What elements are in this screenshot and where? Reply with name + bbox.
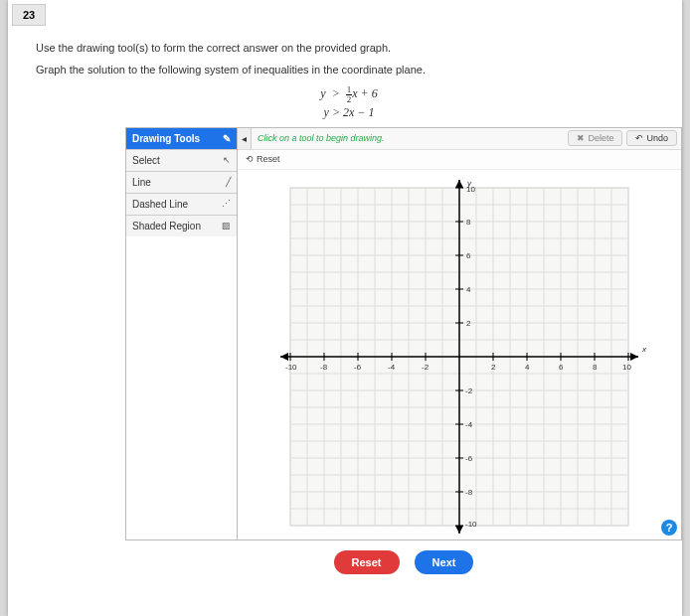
reset-icon: ⟲ <box>246 154 254 164</box>
svg-text:10: 10 <box>622 363 631 372</box>
svg-text:-10: -10 <box>465 520 477 529</box>
tool-shaded-region[interactable]: Shaded Region ▨ <box>126 215 237 236</box>
instruction-1: Use the drawing tool(s) to form the corr… <box>36 42 662 54</box>
workspace: Drawing Tools ✎ Select ↖ Line ╱ Dashed L… <box>125 127 682 574</box>
shaded-region-icon: ▨ <box>222 221 231 231</box>
select-icon: ↖ <box>223 155 231 165</box>
x-axis-label: x <box>641 345 647 354</box>
reset-tool-button[interactable]: ⟲ Reset <box>240 152 286 166</box>
canvas-tip: Click on a tool to begin drawing. <box>252 133 568 143</box>
svg-text:-4: -4 <box>388 363 396 372</box>
tools-header: Drawing Tools ✎ <box>126 128 237 149</box>
svg-text:-6: -6 <box>354 363 362 372</box>
svg-text:4: 4 <box>525 363 530 372</box>
svg-text:4: 4 <box>466 285 471 294</box>
svg-text:-8: -8 <box>320 363 328 372</box>
svg-text:-6: -6 <box>465 454 473 463</box>
help-button[interactable]: ? <box>661 520 677 536</box>
svg-marker-40 <box>280 353 288 361</box>
reset-button[interactable]: Reset <box>334 550 400 574</box>
equations-block: y > 12x + 6 y > 2x − 1 <box>36 85 662 121</box>
svg-text:-2: -2 <box>465 386 473 395</box>
svg-text:-8: -8 <box>465 488 473 497</box>
svg-text:-10: -10 <box>285 363 297 372</box>
delete-button[interactable]: ✖ Delete <box>568 130 622 146</box>
tools-panel: Drawing Tools ✎ Select ↖ Line ╱ Dashed L… <box>125 127 237 540</box>
undo-icon: ↶ <box>635 133 643 143</box>
svg-text:2: 2 <box>466 319 471 328</box>
svg-text:6: 6 <box>559 363 564 372</box>
question-number: 23 <box>12 4 46 26</box>
svg-text:6: 6 <box>466 251 471 260</box>
line-icon: ╱ <box>226 177 231 187</box>
svg-marker-41 <box>455 180 463 188</box>
svg-text:-2: -2 <box>422 363 430 372</box>
dashed-line-icon: ⋰ <box>222 199 231 209</box>
delete-icon: ✖ <box>577 133 585 143</box>
svg-marker-42 <box>455 526 463 534</box>
svg-text:-4: -4 <box>465 420 473 429</box>
undo-button[interactable]: ↶ Undo <box>626 130 677 146</box>
equation-1: y > 12x + 6 <box>36 85 662 104</box>
equation-2: y > 2x − 1 <box>36 104 662 121</box>
svg-text:2: 2 <box>491 363 496 372</box>
coordinate-grid[interactable]: -10-8-6-4-2 246810 108642 -2-4-6-8-10 x … <box>260 178 658 536</box>
tool-dashed-line[interactable]: Dashed Line ⋰ <box>126 193 237 215</box>
canvas-panel: ◂ Click on a tool to begin drawing. ✖ De… <box>237 127 682 540</box>
pencil-icon: ✎ <box>223 133 231 144</box>
svg-text:8: 8 <box>466 218 471 227</box>
instruction-2: Graph the solution to the following syst… <box>36 64 662 76</box>
tool-select[interactable]: Select ↖ <box>126 149 237 171</box>
svg-marker-39 <box>630 353 638 361</box>
svg-text:8: 8 <box>593 363 598 372</box>
collapse-toggle[interactable]: ◂ <box>238 128 252 149</box>
next-button[interactable]: Next <box>415 550 474 574</box>
tool-line[interactable]: Line ╱ <box>126 171 237 193</box>
